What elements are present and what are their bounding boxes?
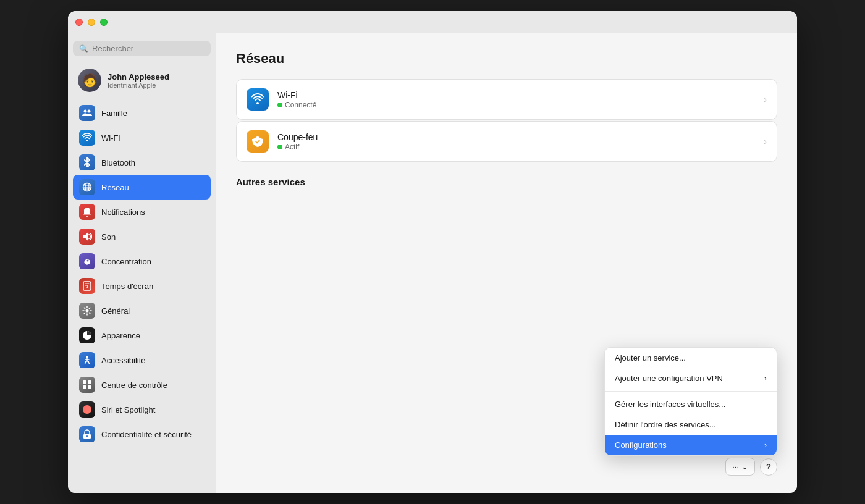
svg-rect-14 <box>83 385 86 389</box>
svg-point-9 <box>86 309 89 313</box>
sidebar-item-centrecontrole[interactable]: Centre de contrôle <box>73 372 211 397</box>
configurations-label: Configurations <box>615 440 667 450</box>
dropdown-item-gerer-interfaces[interactable]: Gérer les interfaces virtuelles... <box>605 394 777 414</box>
vpn-submenu-arrow: › <box>764 374 767 383</box>
famille-icon <box>79 105 95 121</box>
ajouter-service-label: Ajouter un service... <box>615 353 686 363</box>
sidebar-label-siri: Siri et Spotlight <box>101 405 155 414</box>
chevron-down-icon: ⌄ <box>741 462 748 471</box>
dropdown-item-configurations[interactable]: Configurations › <box>605 435 777 455</box>
bluetooth-icon <box>79 154 95 170</box>
sidebar-item-son[interactable]: Son <box>73 224 211 249</box>
ajouter-vpn-label: Ajouter une configuration VPN <box>615 374 723 383</box>
coupe-feu-service-name: Coupe-feu <box>277 132 764 142</box>
search-input[interactable] <box>92 44 205 53</box>
coupe-feu-status-text: Actif <box>285 143 299 151</box>
sidebar-item-wifi[interactable]: Wi-Fi <box>73 125 211 150</box>
sidebar-item-reseau[interactable]: Réseau <box>73 175 211 200</box>
search-box[interactable]: 🔍 <box>73 41 211 56</box>
user-name: John Appleseed <box>108 72 169 82</box>
bottom-controls: ··· ⌄ ? <box>725 458 777 476</box>
main-content: Réseau Wi-Fi Connecté <box>216 33 797 493</box>
minimize-button[interactable] <box>88 19 95 26</box>
sidebar-label-accessibilite: Accessibilité <box>101 356 146 365</box>
wifi-service-card[interactable]: Wi-Fi Connecté › <box>236 79 777 120</box>
sidebar-item-tempsecran[interactable]: Temps d'écran <box>73 274 211 298</box>
sidebar-label-bluetooth: Bluetooth <box>101 158 135 167</box>
sidebar-label-reseau: Réseau <box>101 183 129 192</box>
sidebar-item-confidentialite[interactable]: Confidentialité et sécurité <box>73 422 211 447</box>
notifications-icon <box>79 204 95 220</box>
sidebar-item-accessibilite[interactable]: Accessibilité <box>73 348 211 372</box>
maximize-button[interactable] <box>100 19 108 26</box>
avatar: 🧑 <box>78 69 101 92</box>
concentration-icon <box>79 253 95 269</box>
wifi-service-status: Connecté <box>277 101 764 109</box>
coupe-feu-service-card[interactable]: Coupe-feu Actif › <box>236 121 777 162</box>
sidebar-item-notifications[interactable]: Notifications <box>73 200 211 224</box>
confidentialite-icon <box>79 426 95 442</box>
svg-rect-15 <box>88 385 91 389</box>
sidebar: 🔍 🧑 John Appleseed Identifiant Apple <box>68 33 216 493</box>
content-area: 🔍 🧑 John Appleseed Identifiant Apple <box>68 33 797 493</box>
traffic-lights <box>75 19 108 26</box>
sidebar-label-apparence: Apparence <box>101 331 140 340</box>
sidebar-item-concentration[interactable]: Concentration <box>73 249 211 274</box>
svg-point-1 <box>88 110 91 113</box>
sidebar-label-notifications: Notifications <box>101 208 145 217</box>
sidebar-label-confidentialite: Confidentialité et sécurité <box>101 430 192 439</box>
autres-services-title: Autres services <box>236 177 777 187</box>
apparence-icon <box>79 327 95 343</box>
sidebar-item-apparence[interactable]: Apparence <box>73 323 211 348</box>
dropdown-item-ajouter-service[interactable]: Ajouter un service... <box>605 348 777 368</box>
wifi-sidebar-icon <box>79 130 95 146</box>
user-section[interactable]: 🧑 John Appleseed Identifiant Apple <box>73 65 211 96</box>
page-title: Réseau <box>236 51 777 67</box>
centrecontrole-icon <box>79 377 95 393</box>
configurations-submenu-arrow: › <box>764 441 767 450</box>
svg-rect-13 <box>88 380 91 384</box>
wifi-status-dot <box>277 103 282 107</box>
accessibilite-icon <box>79 352 95 368</box>
reseau-icon <box>79 179 95 195</box>
sidebar-item-famille[interactable]: Famille <box>73 101 211 125</box>
coupe-feu-status-dot <box>277 145 282 149</box>
close-button[interactable] <box>75 19 83 26</box>
help-button[interactable]: ? <box>760 458 777 476</box>
gerer-interfaces-label: Gérer les interfaces virtuelles... <box>615 400 725 409</box>
search-icon: 🔍 <box>79 44 88 53</box>
svg-rect-8 <box>83 282 91 290</box>
siri-icon <box>79 401 95 418</box>
son-icon <box>79 229 95 245</box>
svg-point-7 <box>87 260 89 262</box>
sidebar-label-wifi: Wi-Fi <box>101 133 120 143</box>
sidebar-label-son: Son <box>101 232 116 242</box>
user-subtitle: Identifiant Apple <box>108 82 169 89</box>
dropdown-item-ajouter-vpn[interactable]: Ajouter une configuration VPN › <box>605 368 777 388</box>
titlebar <box>68 11 797 33</box>
wifi-service-info: Wi-Fi Connecté <box>277 90 764 109</box>
wifi-card-icon <box>247 88 269 111</box>
svg-point-16 <box>83 405 91 414</box>
definir-ordre-label: Définir l'ordre des services... <box>615 420 716 429</box>
dropdown-item-definir-ordre[interactable]: Définir l'ordre des services... <box>605 414 777 435</box>
coupe-feu-card-icon <box>247 130 269 153</box>
avatar-emoji: 🧑 <box>82 73 98 88</box>
sidebar-label-famille: Famille <box>101 109 127 118</box>
help-label: ? <box>766 462 771 471</box>
more-options-button[interactable]: ··· ⌄ <box>725 458 755 476</box>
sidebar-item-bluetooth[interactable]: Bluetooth <box>73 150 211 175</box>
dropdown-menu: Ajouter un service... Ajouter une config… <box>604 347 777 456</box>
svg-point-18 <box>86 435 88 437</box>
sidebar-item-siri[interactable]: Siri et Spotlight <box>73 397 211 422</box>
svg-point-11 <box>86 356 88 358</box>
dropdown-divider-1 <box>605 391 777 392</box>
sidebar-label-centrecontrole: Centre de contrôle <box>101 380 167 390</box>
sidebar-label-tempsecran: Temps d'écran <box>101 282 153 291</box>
wifi-card-chevron: › <box>764 94 767 104</box>
coupe-feu-card-chevron: › <box>764 136 767 146</box>
svg-point-0 <box>84 110 87 113</box>
coupe-feu-service-info: Coupe-feu Actif <box>277 132 764 151</box>
sidebar-item-general[interactable]: Général <box>73 298 211 323</box>
general-icon <box>79 303 95 319</box>
